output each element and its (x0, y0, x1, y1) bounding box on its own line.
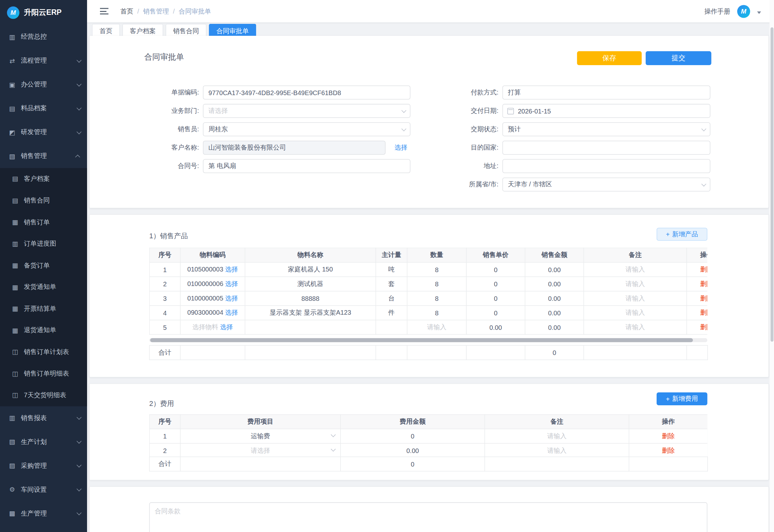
add-product-button[interactable]: + 新增产品 (657, 228, 707, 241)
caret-down-icon[interactable] (757, 11, 761, 14)
customer-select-link[interactable]: 选择 (394, 143, 407, 152)
avatar[interactable]: M (737, 5, 750, 18)
fee-item-select[interactable]: 运输费 (180, 429, 341, 443)
add-fee-button[interactable]: + 新增费用 (657, 392, 707, 405)
sidebar-item-rd-mgmt[interactable]: ◩ 研发管理 (0, 120, 87, 144)
material-select-link[interactable]: 选择 (225, 266, 238, 273)
fees-header-row: 序号 费用项目 费用金额 备注 操作 (149, 415, 707, 429)
sidebar-item-sales-order-detail[interactable]: ◫ 销售订单明细表 (0, 363, 87, 384)
sidebar-item-label: 销售报表 (21, 414, 47, 423)
sidebar-item-production-plan[interactable]: ▧ 生产计划 (0, 430, 87, 454)
price-cell[interactable]: 0 (466, 262, 525, 277)
department-select[interactable]: 请选择 (203, 104, 410, 118)
delivery-status-select[interactable]: 预计 (502, 122, 710, 136)
material-select-link[interactable]: 选择 (225, 280, 238, 287)
submit-button[interactable]: 提交 (646, 51, 711, 65)
breadcrumb-home[interactable]: 首页 (120, 7, 133, 16)
price-cell[interactable]: 0.00 (466, 320, 525, 335)
remark-cell[interactable]: 请输入 (547, 447, 567, 454)
qty-cell[interactable]: 8 (407, 262, 466, 277)
tab-customer-archive[interactable]: 客户档案 (122, 24, 163, 36)
vertical-scrollbar[interactable] (769, 0, 774, 532)
office-icon: ▣ (8, 81, 16, 88)
delete-row-link[interactable]: 删除 (700, 294, 707, 302)
sidebar-item-office-mgmt[interactable]: ▣ 办公管理 (0, 73, 87, 96)
sidebar-item-production-mgmt[interactable]: ▩ 生产管理 (0, 502, 87, 526)
sidebar-item-sales-mgmt[interactable]: ▧ 销售管理 (0, 144, 87, 168)
remark-cell[interactable]: 请输入 (626, 280, 645, 287)
sidebar-item-sales-order-plan[interactable]: ◫ 销售订单计划表 (0, 341, 87, 363)
remark-cell[interactable]: 请输入 (626, 294, 645, 302)
tab-sales-contract[interactable]: 销售合同 (166, 24, 206, 36)
breadcrumb-sales-mgmt[interactable]: 销售管理 (143, 7, 169, 16)
chevron-down-icon (76, 81, 81, 86)
address-input[interactable] (502, 159, 710, 173)
tab-contract-approval[interactable]: 合同审批单 (209, 24, 256, 36)
sidebar-item-workshop-settings[interactable]: ⚙ 车间设置 (0, 478, 87, 501)
product-row: 1 0105000003 选择 家庭机器人 150 吨 8 0 0.00 请输入… (149, 262, 707, 277)
qty-cell[interactable]: 请输入 (427, 323, 446, 331)
material-select-link[interactable]: 选择 (220, 323, 233, 331)
dest-country-input[interactable] (502, 141, 710, 155)
qty-cell[interactable]: 8 (407, 306, 466, 320)
remark-cell[interactable]: 请输入 (626, 309, 645, 316)
document-icon: ▤ (11, 175, 19, 182)
material-select-link[interactable]: 选择 (225, 309, 238, 316)
sidebar-item-stock-order[interactable]: ▦ 备货订单 (0, 255, 87, 276)
delete-row-link[interactable]: 删除 (662, 447, 675, 454)
sidebar-item-label: 生产计划 (21, 438, 47, 447)
sidebar-item-invoice-settlement[interactable]: ▦ 开票结算单 (0, 298, 87, 320)
doc-code-input[interactable] (203, 85, 410, 99)
chevron-down-icon (402, 126, 406, 131)
remark-cell[interactable]: 请输入 (547, 432, 567, 439)
fee-item-select[interactable]: 请选择 (180, 443, 341, 458)
delete-row-link[interactable]: 删除 (700, 323, 707, 331)
sheet-icon: ◫ (11, 348, 19, 356)
qty-cell[interactable]: 8 (407, 277, 466, 291)
sidebar-item-order-progress[interactable]: ▥ 订单进度图 (0, 233, 87, 255)
sidebar-item-sales-order[interactable]: ▦ 销售订单 (0, 212, 87, 233)
vertical-scrollbar-thumb[interactable] (770, 27, 773, 342)
fee-amount-cell[interactable]: 0.00 (341, 443, 485, 458)
collapse-menu-icon[interactable] (100, 8, 108, 15)
col-header-action: 操作 (687, 248, 707, 262)
sidebar-item-sales-contract[interactable]: ▤ 销售合同 (0, 190, 87, 211)
sidebar-item-material-archive[interactable]: ▤ 料品档案 (0, 96, 87, 120)
price-cell[interactable]: 0 (466, 291, 525, 306)
tab-home[interactable]: 首页 (92, 24, 120, 36)
fee-amount-cell[interactable]: 0 (341, 429, 485, 443)
sidebar-item-purchase-mgmt[interactable]: ▨ 采购管理 (0, 454, 87, 478)
province-cascader[interactable]: 天津市 / 市辖区 (502, 178, 710, 192)
price-cell[interactable]: 0 (466, 277, 525, 291)
chevron-up-icon (75, 154, 80, 159)
material-name: 家庭机器人 150 (245, 262, 376, 277)
horizontal-scrollbar-thumb[interactable] (150, 338, 693, 342)
delete-row-link[interactable]: 删除 (662, 432, 675, 439)
sidebar-item-outsourcing-mgmt[interactable]: ▦ 委外管理 (0, 526, 87, 532)
sidebar-item-sales-report[interactable]: ▥ 销售报表 (0, 406, 87, 430)
bar-chart-icon: ▥ (8, 414, 16, 422)
contract-no-input[interactable] (203, 159, 410, 173)
salesman-select[interactable]: 周桂东 (203, 122, 410, 136)
sidebar-item-process-mgmt[interactable]: ⇄ 流程管理 (0, 49, 87, 73)
remark-cell[interactable]: 请输入 (626, 266, 645, 273)
material-select-link[interactable]: 选择 (225, 294, 238, 302)
manual-link[interactable]: 操作手册 (704, 7, 730, 16)
delivery-date-picker[interactable]: 2026-01-15 (502, 104, 710, 118)
remark-cell[interactable]: 请输入 (626, 323, 645, 331)
save-button[interactable]: 保存 (577, 51, 642, 65)
price-cell[interactable]: 0 (466, 306, 525, 320)
sidebar-item-customer-archive[interactable]: ▤ 客户档案 (0, 168, 87, 190)
sidebar-item-seven-day-delivery[interactable]: ◫ 7天交货明细表 (0, 384, 87, 406)
delete-row-link[interactable]: 删除 (700, 266, 707, 273)
delete-row-link[interactable]: 删除 (700, 280, 707, 287)
qty-cell[interactable]: 8 (407, 291, 466, 306)
delete-row-link[interactable]: 删除 (700, 309, 707, 316)
salesman-label: 销售员: (153, 125, 199, 134)
payment-input[interactable] (502, 85, 710, 99)
sidebar-item-return-notice[interactable]: ▦ 退货通知单 (0, 320, 87, 341)
sidebar-item-operations-dashboard[interactable]: ▥ 经营总控 (0, 25, 87, 49)
contract-terms-textarea[interactable] (149, 502, 708, 532)
sidebar-item-delivery-notice[interactable]: ▦ 发货通知单 (0, 276, 87, 298)
horizontal-scrollbar[interactable] (149, 338, 708, 342)
